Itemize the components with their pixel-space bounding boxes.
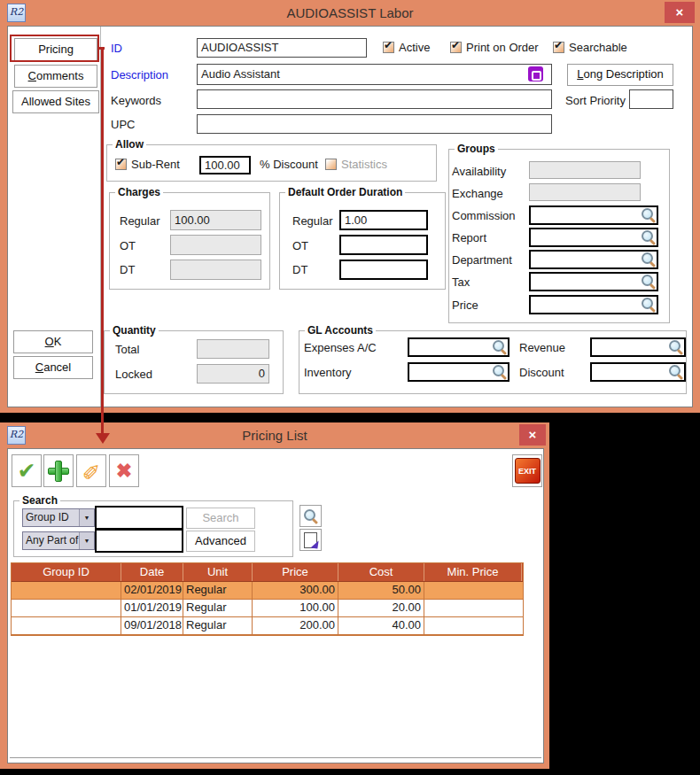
commission-field[interactable] <box>529 205 658 225</box>
description-expand-icon[interactable] <box>528 66 543 81</box>
report-label: Report <box>452 231 486 244</box>
lookup-icon[interactable] <box>641 207 656 222</box>
pricing-window-content: ✔ ✎ ✖ EXIT Search Group ID ▼ Search Any … <box>7 448 544 763</box>
locked-label: Locked <box>115 368 152 381</box>
charges-regular-field: 100.00 <box>170 210 261 230</box>
column-header-min-price[interactable]: Min. Price <box>424 563 522 581</box>
close-icon[interactable]: × <box>519 424 546 446</box>
search-icon-button[interactable] <box>299 505 322 527</box>
cell-price: 200.00 <box>253 617 338 634</box>
cell-cost: 50.00 <box>338 582 424 599</box>
gl-accounts-group-title: GL Accounts <box>305 324 376 337</box>
availability-field <box>529 161 641 179</box>
column-header-group-id[interactable]: Group ID <box>12 563 121 581</box>
search-input[interactable] <box>95 506 183 530</box>
table-row[interactable]: 01/01/2019 Regular 100.00 20.00 <box>12 600 523 617</box>
statistics-checkbox <box>325 159 337 170</box>
advanced-search-icon-button[interactable] <box>299 529 322 551</box>
advanced-button[interactable]: Advanced <box>186 531 255 552</box>
ok-button[interactable]: OK <box>13 330 93 353</box>
discount-field[interactable]: 100.00 <box>199 156 251 174</box>
pricing-window-titlebar[interactable]: R2 Pricing List × <box>0 422 549 448</box>
active-label: Active <box>399 41 430 54</box>
locked-field: 0 <box>197 364 269 384</box>
search-match-dropdown[interactable]: Any Part of ... ▼ <box>22 531 95 550</box>
duration-ot-field[interactable] <box>339 235 428 255</box>
chevron-down-icon[interactable]: ▼ <box>79 509 94 526</box>
cell-cost: 40.00 <box>338 617 424 634</box>
searchable-checkbox[interactable]: ✔ <box>553 42 564 53</box>
column-header-date[interactable]: Date <box>121 563 183 581</box>
sub-rent-checkbox[interactable]: ✔ <box>115 159 127 170</box>
exit-button[interactable]: EXIT <box>512 454 542 487</box>
long-description-button[interactable]: Long Description <box>567 64 673 86</box>
labor-window-titlebar[interactable]: R2 AUDIOASSIST Labor × <box>0 0 700 26</box>
cell-unit: Regular <box>183 582 253 599</box>
check-icon: ✔ <box>384 39 393 51</box>
sort-priority-field[interactable] <box>629 89 673 109</box>
duration-group-title: Default Order Duration <box>285 186 405 198</box>
plus-icon <box>47 460 70 483</box>
report-field[interactable] <box>529 228 658 247</box>
lookup-icon[interactable] <box>492 364 507 379</box>
column-header-unit[interactable]: Unit <box>183 563 253 581</box>
id-field[interactable]: AUDIOASSIST <box>197 38 367 58</box>
cell-unit: Regular <box>183 600 253 616</box>
pricing-window-title: Pricing List <box>0 428 549 443</box>
sort-priority-label: Sort Priority <box>565 94 626 107</box>
duration-regular-field[interactable]: 1.00 <box>339 210 428 230</box>
search-match-input[interactable] <box>95 529 183 553</box>
x-mark-icon: ✖ <box>116 461 132 481</box>
lookup-icon[interactable] <box>668 339 683 354</box>
chevron-down-icon[interactable]: ▼ <box>79 532 94 549</box>
lookup-icon[interactable] <box>492 339 507 354</box>
table-row[interactable]: 09/01/2018 Regular 200.00 40.00 <box>12 617 523 635</box>
lookup-icon[interactable] <box>641 252 656 267</box>
labor-window-content: Pricing Comments Allowed Sites OK Cancel… <box>7 26 693 407</box>
column-header-price[interactable]: Price <box>253 563 338 581</box>
cell-date: 09/01/2018 <box>121 617 183 634</box>
keywords-field[interactable] <box>197 89 552 109</box>
lookup-icon[interactable] <box>641 229 656 244</box>
charges-group-title: Charges <box>115 186 163 198</box>
price-label: Price <box>452 298 478 312</box>
expenses-label: Expenses A/C <box>304 341 377 354</box>
cell-group-id <box>12 617 121 634</box>
lookup-icon[interactable] <box>641 274 656 289</box>
upc-field[interactable] <box>197 114 552 134</box>
allow-group-title: Allow <box>113 138 146 151</box>
close-icon[interactable]: × <box>665 2 695 23</box>
lookup-icon[interactable] <box>641 297 656 312</box>
table-row-selected[interactable]: 02/01/2019 Regular 300.00 50.00 <box>12 582 523 600</box>
print-on-order-checkbox[interactable]: ✔ <box>450 42 462 53</box>
cell-unit: Regular <box>183 617 253 634</box>
keywords-label: Keywords <box>111 94 161 107</box>
search-button[interactable]: Search <box>186 508 255 529</box>
approve-button[interactable]: ✔ <box>12 454 42 487</box>
search-field-dropdown[interactable]: Group ID ▼ <box>22 508 95 527</box>
duration-regular-label: Regular <box>292 214 333 228</box>
price-field[interactable] <box>529 295 658 314</box>
add-button[interactable] <box>43 454 74 487</box>
cell-group-id <box>12 582 121 599</box>
cell-price: 100.00 <box>253 600 338 616</box>
cancel-button[interactable]: Cancel <box>13 356 93 379</box>
searchable-label: Searchable <box>569 41 627 54</box>
description-field[interactable]: Audio Assistant <box>197 64 552 85</box>
column-header-cost[interactable]: Cost <box>338 563 424 581</box>
tax-field[interactable] <box>529 272 658 291</box>
cell-min-price <box>424 582 522 599</box>
lookup-icon[interactable] <box>668 364 683 379</box>
delete-button[interactable]: ✖ <box>109 454 139 487</box>
availability-label: Availability <box>452 165 506 178</box>
duration-dt-field[interactable] <box>339 260 428 280</box>
sidebar-item-comments[interactable]: Comments <box>14 65 97 88</box>
total-field <box>197 339 269 359</box>
charges-ot-field <box>170 235 261 255</box>
edit-button[interactable]: ✎ <box>76 454 106 487</box>
check-icon: ✔ <box>451 39 460 51</box>
department-field[interactable] <box>529 250 658 269</box>
active-checkbox[interactable]: ✔ <box>383 42 394 53</box>
sidebar-item-allowed-sites[interactable]: Allowed Sites <box>12 90 99 113</box>
total-label: Total <box>115 343 139 356</box>
